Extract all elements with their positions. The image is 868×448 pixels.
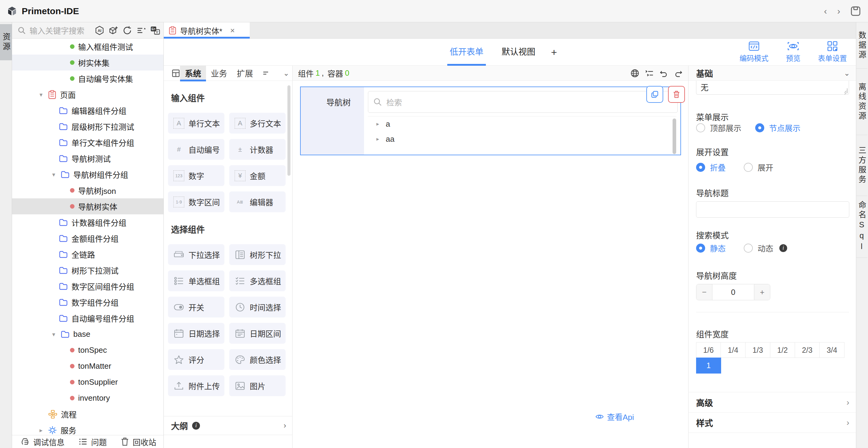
palette-item-tree-select[interactable]: 树形下拉	[229, 244, 286, 265]
undo-icon[interactable]	[659, 69, 668, 78]
width-1-selected[interactable]: 1	[696, 357, 721, 374]
palette-item-multi-line-text[interactable]: A多行文本	[229, 113, 286, 133]
caret-down-icon[interactable]: ▾	[50, 331, 57, 338]
palette-item-switch[interactable]: 开关	[168, 297, 224, 317]
layout-grid-icon[interactable]	[172, 69, 180, 77]
tab-lowcode-form[interactable]: 低开表单	[447, 39, 486, 66]
palette-item-auto-number[interactable]: #自动编号	[168, 139, 224, 160]
width-2-3[interactable]: 2/3	[795, 342, 820, 358]
width-3-4[interactable]: 3/4	[820, 342, 844, 358]
palette-tab-business[interactable]: 业务	[206, 66, 232, 81]
chevron-right-icon[interactable]: ›	[283, 421, 286, 430]
tree-item[interactable]: 数字组件分组	[12, 294, 163, 310]
tree-item[interactable]: 树形下拉测试	[12, 262, 163, 278]
width-1-2[interactable]: 1/2	[770, 342, 795, 358]
tree-item[interactable]: ▾页面	[12, 87, 163, 102]
palette-item-money[interactable]: ¥金额	[229, 165, 286, 186]
add-view-button[interactable]: +	[551, 46, 557, 58]
radio-node-display[interactable]: 节点展示	[755, 122, 801, 133]
refresh-icon[interactable]	[122, 26, 132, 35]
resize-handle-icon[interactable]	[843, 88, 847, 93]
width-1-3[interactable]: 1/3	[746, 342, 770, 358]
copy-component-button[interactable]	[646, 86, 663, 103]
width-1-6[interactable]: 1/6	[696, 342, 721, 358]
design-canvas[interactable]: 组件 1 , 容器 0 导航树 检索 ▸a	[292, 66, 688, 448]
chevron-down-icon[interactable]: ⌄	[283, 69, 289, 77]
tab-data-source[interactable]: 数据源	[856, 22, 867, 69]
tree-item[interactable]: 层级树形下拉测试	[12, 119, 163, 134]
tree-item[interactable]: 导航树测试	[12, 151, 163, 166]
problems-button[interactable]: 问题	[79, 436, 107, 447]
sort-icon[interactable]	[136, 26, 146, 35]
code-mode-button[interactable]: 编码模式	[740, 41, 769, 63]
outline-section[interactable]: 大纲 i ›	[164, 416, 292, 435]
minus-button[interactable]: −	[696, 284, 712, 300]
palette-item-single-line-text[interactable]: A单行文本	[168, 113, 224, 133]
palette-item-date-picker[interactable]: 日期选择	[168, 323, 224, 344]
preview-button[interactable]: 预览	[786, 41, 801, 63]
tree-item[interactable]: 流程	[12, 406, 163, 422]
tree-item[interactable]: 计数器组件分组	[12, 214, 163, 230]
nav-forward-icon[interactable]: ›	[837, 6, 840, 16]
tree-item[interactable]: tonSpec	[12, 342, 163, 358]
palette-scrollbar[interactable]	[287, 85, 290, 176]
palette-item-select[interactable]: 下拉选择	[168, 244, 224, 265]
caret-down-icon[interactable]: ▾	[38, 91, 44, 98]
globe-icon[interactable]	[630, 69, 640, 78]
basic-textarea[interactable]: 无	[696, 81, 849, 95]
nav-tree-component-selected[interactable]: 导航树 检索 ▸a ▸aa	[300, 87, 681, 155]
caret-right-icon[interactable]: ▸	[376, 136, 379, 142]
view-api-link[interactable]: 查看Api	[595, 411, 634, 422]
palette-tab-system[interactable]: 系统	[180, 66, 206, 81]
debug-info-button[interactable]: 调试信息	[21, 436, 65, 447]
outline-icon[interactable]	[645, 69, 654, 78]
tree-item[interactable]: 输入框组件测试	[12, 39, 163, 55]
translate-icon[interactable]: En文	[150, 26, 160, 35]
inspector-section-basic[interactable]: 基础 ⌄	[688, 66, 856, 81]
inspector-section-advanced[interactable]: 高级 ›	[688, 392, 856, 412]
tree-item[interactable]: 自动编号实体集	[12, 70, 163, 87]
tab-named-sql[interactable]: 命名Sql	[856, 196, 867, 258]
tree-item[interactable]: 全链路	[12, 246, 163, 262]
tree-item[interactable]: ▸服务	[12, 422, 163, 435]
caret-right-icon[interactable]: ▸	[38, 426, 44, 434]
radio-expand[interactable]: 展开	[744, 162, 773, 173]
tree-item[interactable]: tonSupplier	[12, 374, 163, 390]
tab-default-view[interactable]: 默认视图	[499, 39, 538, 66]
tree-item[interactable]: inventory	[12, 390, 163, 406]
tree-item[interactable]: 导航树json	[12, 182, 163, 198]
tree-item[interactable]: 数字区间组件分组	[12, 278, 163, 294]
chevron-down-icon[interactable]: ⌄	[844, 69, 850, 77]
palette-item-number-range[interactable]: 1-9数字区间	[168, 191, 224, 212]
palette-item-time-picker[interactable]: 时间选择	[229, 297, 286, 317]
tree-item[interactable]: 树实体集	[12, 55, 163, 70]
palette-item-radio-group[interactable]: 单选框组	[168, 270, 224, 291]
component-search-input[interactable]: 检索	[368, 91, 678, 113]
form-settings-button[interactable]: 表单设置	[818, 41, 847, 63]
ai-icon[interactable]: AI	[95, 26, 104, 35]
tree-item[interactable]: 自动编号组件分组	[12, 310, 163, 326]
radio-top-display[interactable]: 顶部展示	[696, 122, 741, 133]
inspector-section-style[interactable]: 样式 ›	[688, 412, 856, 433]
list-small-icon[interactable]	[262, 70, 269, 77]
radio-static[interactable]: 静态	[696, 243, 726, 254]
caret-right-icon[interactable]: ▸	[376, 121, 379, 127]
tree-node[interactable]: ▸aa	[368, 131, 677, 147]
tree-item[interactable]: ▾导航树组件分组	[12, 166, 163, 182]
palette-item-counter[interactable]: ±计数器	[229, 139, 286, 160]
palette-item-number[interactable]: 123数字	[168, 165, 224, 186]
palette-item-rate[interactable]: 评分	[168, 349, 224, 370]
palette-tab-extension[interactable]: 扩展	[232, 66, 258, 81]
tab-nav-tree-entity[interactable]: 导航树实体* ×	[164, 22, 250, 39]
tab-offline-resources[interactable]: 离线资源	[856, 69, 867, 135]
cube-add-icon[interactable]	[108, 26, 118, 35]
tree-item-selected[interactable]: 导航树实体	[12, 198, 163, 214]
palette-item-date-range[interactable]: 日期区间	[229, 323, 286, 344]
tree-height-value[interactable]: 0	[712, 284, 754, 300]
palette-item-image[interactable]: 图片	[229, 375, 286, 396]
close-icon[interactable]: ×	[230, 26, 235, 35]
tab-third-party-services[interactable]: 三方服务	[856, 135, 867, 196]
tree-item[interactable]: ▾base	[12, 326, 163, 342]
redo-icon[interactable]	[674, 69, 683, 78]
tree-item[interactable]: 金额组件分组	[12, 230, 163, 246]
